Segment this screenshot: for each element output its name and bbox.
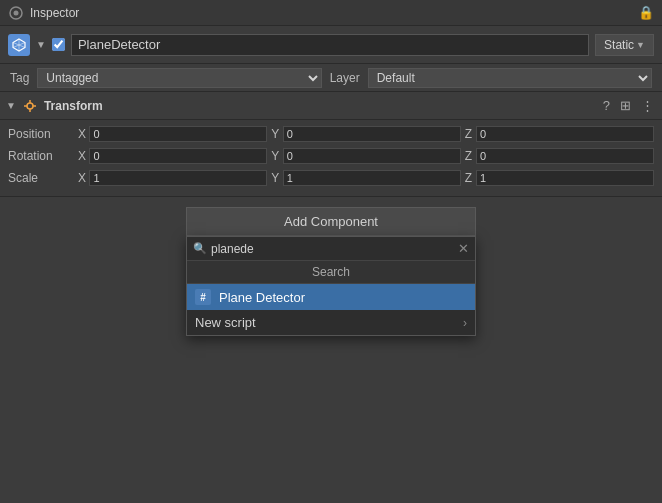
- transform-icon: [22, 98, 38, 114]
- static-button[interactable]: Static ▼: [595, 34, 654, 56]
- position-row: Position X Y Z: [8, 124, 654, 144]
- object-chevron: ▼: [36, 39, 46, 50]
- object-active-checkbox[interactable]: [52, 38, 65, 51]
- title-bar-controls: 🔒: [638, 5, 654, 20]
- ry-axis-label: Y: [271, 149, 280, 163]
- z-axis-label: Z: [465, 127, 474, 141]
- rotation-x-input[interactable]: [89, 148, 267, 164]
- position-x-input[interactable]: [89, 126, 267, 142]
- transform-settings-btn[interactable]: ⊞: [618, 98, 633, 113]
- svg-point-1: [14, 10, 19, 15]
- title-bar-text: Inspector: [30, 6, 638, 20]
- title-bar: Inspector 🔒: [0, 0, 662, 26]
- position-y-input[interactable]: [283, 126, 461, 142]
- rotation-x-field: X: [78, 148, 267, 164]
- transform-menu-btn[interactable]: ⋮: [639, 98, 656, 113]
- scale-z-input[interactable]: [476, 170, 654, 186]
- position-z-input[interactable]: [476, 126, 654, 142]
- rotation-label: Rotation: [8, 149, 78, 163]
- scale-z-field: Z: [465, 170, 654, 186]
- section-collapse-arrow[interactable]: ▼: [6, 100, 16, 111]
- object-header: ▼ Static ▼: [0, 26, 662, 64]
- rotation-y-input[interactable]: [283, 148, 461, 164]
- svg-point-2: [27, 103, 33, 109]
- search-section-label: Search: [187, 261, 475, 284]
- search-input-row: 🔍 ✕: [187, 237, 475, 261]
- plane-detector-icon: #: [195, 289, 211, 305]
- search-result-plane-detector[interactable]: # Plane Detector: [187, 284, 475, 310]
- scale-row: Scale X Y Z: [8, 168, 654, 188]
- scale-fields: X Y Z: [78, 170, 654, 186]
- search-input[interactable]: [211, 242, 458, 256]
- rotation-fields: X Y Z: [78, 148, 654, 164]
- scale-y-input[interactable]: [283, 170, 461, 186]
- rotation-z-field: Z: [465, 148, 654, 164]
- position-fields: X Y Z: [78, 126, 654, 142]
- sy-axis-label: Y: [271, 171, 280, 185]
- rotation-z-input[interactable]: [476, 148, 654, 164]
- search-clear-button[interactable]: ✕: [458, 241, 469, 256]
- sz-axis-label: Z: [465, 171, 474, 185]
- object-3d-icon: [8, 34, 30, 56]
- static-dropdown-arrow: ▼: [636, 40, 645, 50]
- add-component-section: Add Component 🔍 ✕ Search # Plane Detecto…: [0, 197, 662, 342]
- add-component-button[interactable]: Add Component: [186, 207, 476, 236]
- inspector-icon: [8, 5, 24, 21]
- scale-y-field: Y: [271, 170, 460, 186]
- transform-help-btn[interactable]: ?: [601, 98, 612, 113]
- layer-select[interactable]: Default: [368, 68, 652, 88]
- position-z-field: Z: [465, 126, 654, 142]
- tag-layer-row: Tag Untagged Layer Default: [0, 64, 662, 92]
- rotation-y-field: Y: [271, 148, 460, 164]
- transform-table: Position X Y Z Rotation X Y: [0, 120, 662, 197]
- scale-x-input[interactable]: [89, 170, 267, 186]
- sx-axis-label: X: [78, 171, 87, 185]
- layer-label: Layer: [330, 71, 360, 85]
- y-axis-label: Y: [271, 127, 280, 141]
- rx-axis-label: X: [78, 149, 87, 163]
- object-name-input[interactable]: [71, 34, 589, 56]
- tag-select[interactable]: Untagged: [37, 68, 321, 88]
- plane-detector-label: Plane Detector: [219, 290, 305, 305]
- search-icon: 🔍: [193, 242, 207, 255]
- transform-title: Transform: [44, 99, 595, 113]
- new-script-label: New script: [195, 315, 256, 330]
- position-y-field: Y: [271, 126, 460, 142]
- position-x-field: X: [78, 126, 267, 142]
- search-dropdown: 🔍 ✕ Search # Plane Detector New script ›: [186, 236, 476, 336]
- lock-icon[interactable]: 🔒: [638, 5, 654, 20]
- new-script-item[interactable]: New script ›: [187, 310, 475, 335]
- rz-axis-label: Z: [465, 149, 474, 163]
- new-script-arrow: ›: [463, 316, 467, 330]
- scale-label: Scale: [8, 171, 78, 185]
- rotation-row: Rotation X Y Z: [8, 146, 654, 166]
- transform-tools: ? ⊞ ⋮: [601, 98, 656, 113]
- x-axis-label: X: [78, 127, 87, 141]
- tag-label: Tag: [10, 71, 29, 85]
- transform-section-header: ▼ Transform ? ⊞ ⋮: [0, 92, 662, 120]
- scale-x-field: X: [78, 170, 267, 186]
- position-label: Position: [8, 127, 78, 141]
